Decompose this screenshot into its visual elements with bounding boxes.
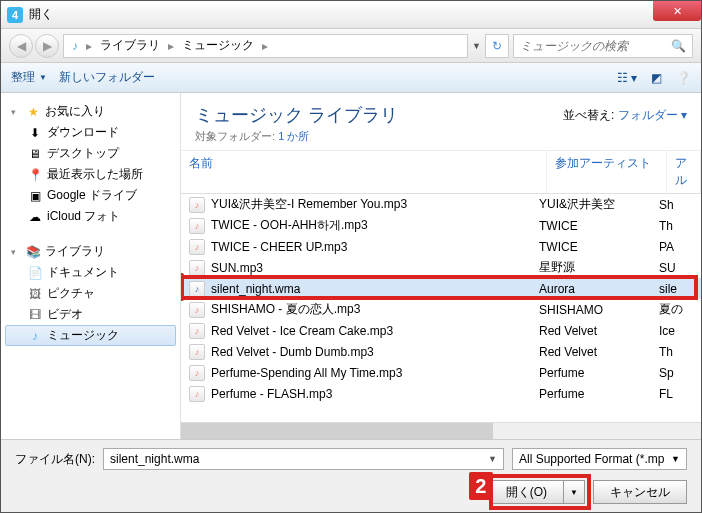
- libraries-header[interactable]: ▾ 📚 ライブラリ: [5, 241, 176, 262]
- item-icon: 📄: [27, 266, 43, 280]
- file-row[interactable]: ♪Red Velvet - Dumb Dumb.mp3Red VelvetTh: [181, 341, 701, 362]
- file-icon: ♪: [189, 218, 205, 234]
- footer: ファイル名(N): ▼ All Supported Format (*.mp ▼…: [1, 439, 701, 512]
- file-album: Th: [659, 219, 693, 233]
- sort-by-link[interactable]: フォルダー ▾: [618, 108, 687, 122]
- chevron-down-icon: ▾: [11, 247, 21, 257]
- sidebar-item[interactable]: 📄ドキュメント: [5, 262, 176, 283]
- item-label: ピクチャ: [47, 285, 95, 302]
- col-name[interactable]: 名前: [181, 151, 547, 193]
- file-artist: TWICE: [539, 240, 659, 254]
- sidebar-item[interactable]: ⬇ダウンロード: [5, 122, 176, 143]
- file-row[interactable]: ♪Red Velvet - Ice Cream Cake.mp3Red Velv…: [181, 320, 701, 341]
- file-album: Sh: [659, 198, 693, 212]
- item-icon: 📍: [27, 168, 43, 182]
- library-subtitle: 対象フォルダー: 1 か所: [195, 129, 398, 144]
- filename-combo[interactable]: ▼: [103, 448, 504, 470]
- favorites-header[interactable]: ▾ ★ お気に入り: [5, 101, 176, 122]
- item-label: ダウンロード: [47, 124, 119, 141]
- library-header: ミュージック ライブラリ 対象フォルダー: 1 か所 並べ替え: フォルダー ▾: [181, 93, 701, 151]
- item-label: 最近表示した場所: [47, 166, 143, 183]
- file-artist: Red Velvet: [539, 345, 659, 359]
- filter-combo[interactable]: All Supported Format (*.mp ▼: [512, 448, 687, 470]
- file-open-dialog: 4 開く ✕ ◀ ▶ ♪ ▸ ライブラリ ▸ ミュージック ▸ ▼ ↻ 🔍 整理…: [0, 0, 702, 513]
- horizontal-scrollbar[interactable]: [181, 422, 701, 439]
- item-icon: 🖼: [27, 287, 43, 301]
- locations-link[interactable]: 1 か所: [278, 130, 309, 142]
- new-folder-button[interactable]: 新しいフォルダー: [59, 69, 155, 86]
- file-row[interactable]: ♪Perfume-Spending All My Time.mp3Perfume…: [181, 362, 701, 383]
- sidebar-item[interactable]: ♪ミュージック: [5, 325, 176, 346]
- search-icon: 🔍: [671, 39, 686, 53]
- item-icon: 🎞: [27, 308, 43, 322]
- file-name: Perfume-Spending All My Time.mp3: [211, 366, 539, 380]
- sidebar-item[interactable]: 🖥デスクトップ: [5, 143, 176, 164]
- column-headers: 名前 参加アーティスト アル: [181, 151, 701, 194]
- chevron-down-icon: ▼: [39, 73, 47, 82]
- file-row[interactable]: ♪TWICE - CHEER UP.mp3TWICEPA: [181, 236, 701, 257]
- sidebar-item[interactable]: ▣Google ドライブ: [5, 185, 176, 206]
- chevron-down-icon[interactable]: ▼: [488, 454, 497, 464]
- crumb-libraries[interactable]: ライブラリ: [96, 37, 164, 54]
- music-icon: ♪: [72, 39, 78, 53]
- sidebar-item[interactable]: ☁iCloud フォト: [5, 206, 176, 227]
- file-album: sile: [659, 282, 693, 296]
- sidebar-item[interactable]: 🎞ビデオ: [5, 304, 176, 325]
- back-button[interactable]: ◀: [9, 34, 33, 58]
- file-icon: ♪: [189, 239, 205, 255]
- file-row[interactable]: ♪silent_night.wmaAurorasile1: [181, 278, 701, 299]
- item-icon: 🖥: [27, 147, 43, 161]
- forward-button[interactable]: ▶: [35, 34, 59, 58]
- sidebar-item[interactable]: 📍最近表示した場所: [5, 164, 176, 185]
- file-list: ♪YUI&沢井美空-I Remember You.mp3YUI&沢井美空Sh♪T…: [181, 194, 701, 422]
- breadcrumb[interactable]: ♪ ▸ ライブラリ ▸ ミュージック ▸: [63, 34, 468, 58]
- refresh-button[interactable]: ↻: [485, 34, 509, 58]
- item-icon: ☁: [27, 210, 43, 224]
- file-name: Red Velvet - Ice Cream Cake.mp3: [211, 324, 539, 338]
- organize-button[interactable]: 整理 ▼: [11, 69, 47, 86]
- file-artist: 星野源: [539, 259, 659, 276]
- item-icon: ⬇: [27, 126, 43, 140]
- file-album: 夏の: [659, 301, 693, 318]
- search-box[interactable]: 🔍: [513, 34, 693, 58]
- sidebar-item[interactable]: 🖼ピクチャ: [5, 283, 176, 304]
- file-name: Perfume - FLASH.mp3: [211, 387, 539, 401]
- file-album: Th: [659, 345, 693, 359]
- help-button[interactable]: ❔: [676, 71, 691, 85]
- history-dropdown[interactable]: ▼: [472, 41, 481, 51]
- file-row[interactable]: ♪YUI&沢井美空-I Remember You.mp3YUI&沢井美空Sh: [181, 194, 701, 215]
- file-name: SHISHAMO - 夏の恋人.mp3: [211, 301, 539, 318]
- file-row[interactable]: ♪SUN.mp3星野源SU: [181, 257, 701, 278]
- chevron-right-icon: ▸: [258, 39, 272, 53]
- chevron-right-icon: ▸: [82, 39, 96, 53]
- filename-input[interactable]: [110, 452, 488, 466]
- chevron-down-icon: ▾: [11, 107, 21, 117]
- chevron-right-icon: ▸: [164, 39, 178, 53]
- file-artist: SHISHAMO: [539, 303, 659, 317]
- file-artist: Red Velvet: [539, 324, 659, 338]
- library-title: ミュージック ライブラリ: [195, 103, 398, 127]
- titlebar: 4 開く ✕: [1, 1, 701, 29]
- col-artist[interactable]: 参加アーティスト: [547, 151, 667, 193]
- file-row[interactable]: ♪Perfume - FLASH.mp3PerfumeFL: [181, 383, 701, 404]
- view-options-button[interactable]: ☷ ▾: [617, 71, 637, 85]
- preview-pane-button[interactable]: ◩: [651, 71, 662, 85]
- search-input[interactable]: [520, 39, 671, 53]
- file-album: FL: [659, 387, 693, 401]
- file-artist: TWICE: [539, 219, 659, 233]
- open-dropdown-button[interactable]: ▼: [564, 480, 585, 504]
- col-album[interactable]: アル: [667, 151, 701, 193]
- crumb-music[interactable]: ミュージック: [178, 37, 258, 54]
- toolbar: 整理 ▼ 新しいフォルダー ☷ ▾ ◩ ❔: [1, 63, 701, 93]
- window-title: 開く: [29, 6, 53, 23]
- file-icon: ♪: [189, 197, 205, 213]
- item-label: ドキュメント: [47, 264, 119, 281]
- close-button[interactable]: ✕: [653, 1, 701, 21]
- file-name: TWICE - CHEER UP.mp3: [211, 240, 539, 254]
- open-button[interactable]: 開く(O): [489, 480, 564, 504]
- item-label: デスクトップ: [47, 145, 119, 162]
- address-bar: ◀ ▶ ♪ ▸ ライブラリ ▸ ミュージック ▸ ▼ ↻ 🔍: [1, 29, 701, 63]
- file-row[interactable]: ♪TWICE - OOH-AHH하게.mp3TWICETh: [181, 215, 701, 236]
- file-row[interactable]: ♪SHISHAMO - 夏の恋人.mp3SHISHAMO夏の: [181, 299, 701, 320]
- cancel-button[interactable]: キャンセル: [593, 480, 687, 504]
